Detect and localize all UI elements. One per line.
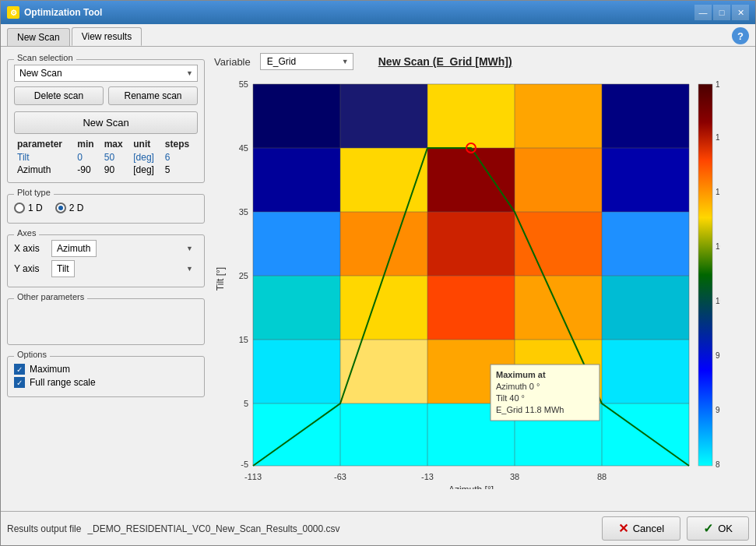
- cb-tick-3: 9.5: [716, 351, 720, 360]
- cell-r2c2: [340, 340, 427, 403]
- y-axis-label: Y axis: [14, 263, 45, 274]
- cb-tick-5: 10.5: [716, 242, 720, 251]
- y-tick-7: 55: [239, 79, 248, 89]
- x-tick-4: 38: [510, 472, 519, 481]
- parameters-table: parameter min max unit steps Tilt050[deg…: [14, 137, 198, 176]
- cell-r6c3: [427, 84, 515, 148]
- cancel-icon: ✕: [618, 521, 628, 536]
- cell-r3c2: [340, 276, 427, 340]
- scan-selection-label: Scan selection: [14, 53, 76, 62]
- minimize-button[interactable]: —: [694, 5, 712, 20]
- cb-tick-8: 12.0: [716, 80, 720, 89]
- param-row: Tilt050[deg]6: [14, 151, 198, 164]
- radio-2d-label: 2 D: [69, 203, 84, 213]
- tooltip-line3: Tilt 40 °: [496, 393, 525, 403]
- cell-r5c2: [340, 148, 427, 212]
- tooltip-line4: E_Grid 11.8 MWh: [496, 405, 564, 414]
- maximum-checkbox-item[interactable]: Maximum: [14, 364, 198, 375]
- scan-select[interactable]: New Scan: [14, 65, 198, 82]
- plot-type-group: Plot type 1 D 2 D: [7, 194, 205, 224]
- cell-r5c1: [253, 148, 340, 212]
- cb-tick-6: 11.0: [716, 188, 720, 196]
- cell-r1c2: [340, 403, 427, 466]
- radio-1d-circle: [14, 203, 25, 213]
- cancel-button[interactable]: ✕ Cancel: [602, 516, 680, 541]
- cell-r3c3: [427, 276, 515, 340]
- y-axis-select-wrap: Tilt: [51, 260, 198, 277]
- param-row: Azimuth-9090[deg]5: [14, 164, 198, 176]
- scan-btn-row: Delete scan Rename scan: [14, 86, 198, 105]
- cell-r2c5: [602, 340, 689, 403]
- unit-col-header: unit: [130, 137, 162, 151]
- other-params-group: Other parameters: [7, 298, 205, 345]
- y-tick-3: 15: [239, 335, 248, 344]
- tab-new-scan[interactable]: New Scan: [7, 28, 70, 46]
- cb-tick-4: 10.0: [716, 297, 720, 305]
- param-col-header: parameter: [14, 137, 74, 151]
- radio-1d[interactable]: 1 D: [14, 203, 43, 213]
- y-axis-row: Y axis Tilt: [14, 260, 198, 277]
- window-title: Optimization Tool: [24, 7, 102, 18]
- maximize-button[interactable]: □: [713, 5, 730, 20]
- title-controls: — □ ✕: [694, 5, 749, 20]
- cell-r5c5: [602, 148, 689, 212]
- rename-scan-button[interactable]: Rename scan: [108, 86, 198, 105]
- help-button[interactable]: ?: [732, 27, 749, 44]
- main-content: Scan selection New Scan Delete scan Rena…: [1, 47, 755, 511]
- x-axis-select[interactable]: Azimuth: [51, 240, 97, 257]
- maximum-checkbox[interactable]: [14, 364, 25, 375]
- cell-r4c5: [602, 212, 689, 276]
- param-cell-steps: 5: [162, 164, 198, 176]
- new-scan-button[interactable]: New Scan: [14, 111, 198, 134]
- chart-header: Variable E_Grid New Scan (E_Grid [MWh]): [214, 53, 749, 70]
- radio-1d-label: 1 D: [28, 203, 43, 213]
- cb-tick-2: 9.0: [716, 406, 720, 414]
- scan-select-wrapper: New Scan: [14, 65, 198, 82]
- axes-group: Axes X axis Azimuth Y axis Tilt: [7, 234, 205, 287]
- cell-r6c4: [515, 84, 602, 148]
- cell-r6c2: [340, 84, 427, 148]
- scan-selection-group: Scan selection New Scan Delete scan Rena…: [7, 59, 205, 183]
- tab-view-results[interactable]: View results: [72, 27, 142, 46]
- ok-button[interactable]: ✓ OK: [687, 516, 749, 541]
- delete-scan-button[interactable]: Delete scan: [14, 86, 104, 105]
- cell-r5c4: [515, 148, 602, 212]
- steps-col-header: steps: [162, 137, 198, 151]
- min-col-header: min: [74, 137, 100, 151]
- y-tick-4: 25: [239, 271, 248, 280]
- app-icon: ⚙: [7, 6, 19, 19]
- param-cell-parameter: Azimuth: [14, 164, 74, 176]
- max-col-header: max: [101, 137, 131, 151]
- x-tick-5: 88: [597, 472, 607, 481]
- x-axis-title: Azimuth [°]: [448, 484, 494, 489]
- variable-select[interactable]: E_Grid: [260, 53, 353, 70]
- y-axis-title: Tilt [°]: [215, 267, 226, 291]
- param-cell-unit: [deg]: [130, 151, 162, 164]
- x-tick-2: -63: [334, 472, 346, 481]
- full-range-checkbox[interactable]: [14, 377, 25, 388]
- cb-tick-7: 11.5: [716, 133, 720, 142]
- cancel-label: Cancel: [633, 523, 664, 534]
- cell-r4c4: [515, 212, 602, 276]
- cell-r4c2: [340, 212, 427, 276]
- full-range-checkbox-item[interactable]: Full range scale: [14, 377, 198, 388]
- ok-icon: ✓: [703, 521, 713, 536]
- cell-r4c1: [253, 212, 340, 276]
- close-button[interactable]: ✕: [732, 5, 749, 20]
- full-range-label: Full range scale: [30, 377, 96, 388]
- status-bar: Results output file _DEMO_RESIDENTIAL_VC…: [1, 511, 755, 545]
- cell-r6c1: [253, 84, 340, 148]
- y-tick-2: 5: [244, 399, 248, 408]
- cell-r4c3: [427, 212, 515, 276]
- main-window: ⚙ Optimization Tool — □ ✕ New Scan View …: [0, 0, 756, 546]
- footer-buttons: ✕ Cancel ✓ OK: [602, 516, 749, 541]
- plot-type-label: Plot type: [14, 188, 54, 197]
- plot-type-radio-group: 1 D 2 D: [14, 199, 198, 217]
- y-axis-select[interactable]: Tilt: [51, 260, 75, 277]
- other-params-label: Other parameters: [14, 292, 87, 301]
- tooltip-line1: Maximum at: [496, 370, 546, 379]
- cell-r3c1: [253, 276, 340, 340]
- x-tick-1: -113: [244, 472, 262, 481]
- radio-2d[interactable]: 2 D: [55, 203, 84, 213]
- options-label: Options: [14, 350, 50, 359]
